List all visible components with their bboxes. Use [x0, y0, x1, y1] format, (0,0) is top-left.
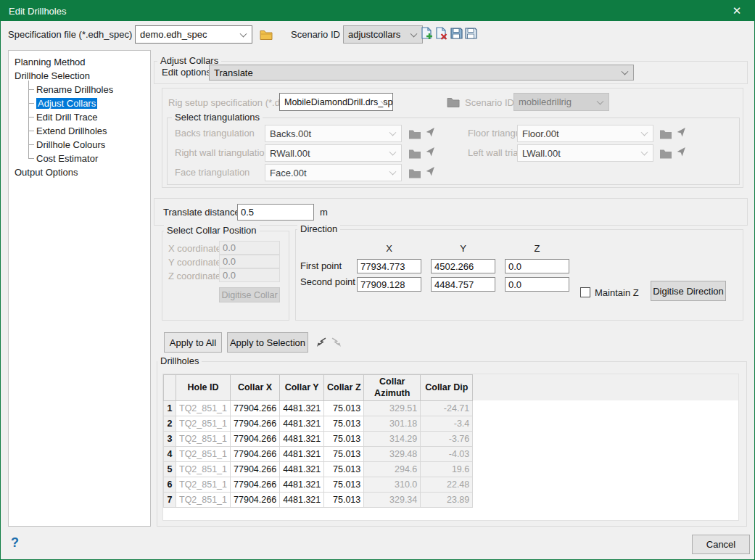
collar-dip-header[interactable]: Collar Dip — [421, 375, 473, 401]
drillholes-table[interactable]: Hole ID Collar X Collar Y Collar Z Colla… — [162, 374, 739, 521]
spec-file-combobox[interactable]: demo.edh_spec — [135, 25, 252, 44]
collar-azimuth-cell[interactable]: 329.34 — [364, 493, 421, 508]
edit-options-combobox[interactable]: Translate — [209, 65, 634, 81]
table-row[interactable]: 2TQ2_851_177904.2664481.32175.013301.18-… — [164, 416, 473, 432]
collar-z-cell[interactable]: 75.013 — [324, 477, 364, 493]
hole-id-cell[interactable]: TQ2_851_1 — [176, 447, 231, 462]
sidebar-item-cost-estimator[interactable]: Cost Estimator — [22, 152, 150, 165]
collar-y-cell[interactable]: 4481.321 — [280, 416, 324, 432]
row-number-cell[interactable]: 1 — [164, 401, 176, 416]
table-row[interactable]: 6TQ2_851_177904.2664481.32175.013310.022… — [164, 477, 473, 493]
select-triangulations-group: Select triangulations Backs triangulatio… — [167, 118, 740, 185]
collar-x-cell[interactable]: 77904.266 — [231, 447, 280, 462]
row-number-cell[interactable]: 3 — [164, 432, 176, 447]
hole-id-cell[interactable]: TQ2_851_1 — [176, 493, 231, 508]
collar-y-cell[interactable]: 4481.321 — [280, 432, 324, 447]
row-number-cell[interactable]: 6 — [164, 477, 176, 493]
collar-z-cell[interactable]: 75.013 — [324, 401, 364, 416]
table-row[interactable]: 5TQ2_851_177904.2664481.32175.013294.619… — [164, 462, 473, 477]
sidebar-item-edit-drill-trace[interactable]: Edit Drill Trace — [22, 110, 150, 124]
table-row[interactable]: 7TQ2_851_177904.2664481.32175.013329.342… — [164, 493, 473, 508]
collar-azimuth-cell[interactable]: 329.48 — [364, 447, 421, 462]
collar-dip-cell[interactable]: 19.6 — [421, 462, 473, 477]
new-scenario-icon[interactable] — [420, 27, 433, 40]
collar-y-cell[interactable]: 4481.321 — [280, 477, 324, 493]
table-header-row: Hole ID Collar X Collar Y Collar Z Colla… — [164, 375, 473, 401]
second-point-x-input[interactable] — [357, 277, 421, 292]
scenario-id-combobox[interactable]: adjustcollars — [343, 25, 423, 44]
row-number-cell[interactable]: 5 — [164, 462, 176, 477]
collar-x-cell[interactable]: 77904.266 — [231, 401, 280, 416]
sidebar-item-output-options[interactable]: Output Options — [15, 165, 150, 179]
hole-id-cell[interactable]: TQ2_851_1 — [176, 477, 231, 493]
sidebar-item-drillhole-selection[interactable]: Drillhole Selection — [15, 69, 150, 83]
first-point-z-input[interactable] — [505, 259, 569, 273]
collar-dip-cell[interactable]: -4.03 — [421, 447, 473, 462]
collar-x-cell[interactable]: 77904.266 — [231, 493, 280, 508]
first-point-x-input[interactable] — [357, 259, 421, 273]
save-as-icon[interactable] — [464, 27, 477, 40]
maintain-z-checkbox[interactable] — [580, 287, 590, 297]
collar-z-cell[interactable]: 75.013 — [324, 462, 364, 477]
help-icon[interactable]: ? — [11, 535, 19, 551]
collar-z-cell[interactable]: 75.013 — [324, 416, 364, 432]
hole-id-cell[interactable]: TQ2_851_1 — [176, 462, 231, 477]
collar-y-cell[interactable]: 4481.321 — [280, 462, 324, 477]
hole-id-header[interactable]: Hole ID — [176, 375, 231, 401]
sidebar-item-drillhole-colours[interactable]: Drillhole Colours — [22, 138, 150, 152]
table-row[interactable]: 3TQ2_851_177904.2664481.32175.013314.29-… — [164, 432, 473, 447]
save-icon[interactable] — [450, 27, 463, 40]
collar-y-cell[interactable]: 4481.321 — [280, 401, 324, 416]
collar-z-header[interactable]: Collar Z — [324, 375, 364, 401]
delete-scenario-icon[interactable] — [434, 27, 447, 40]
collar-y-header[interactable]: Collar Y — [280, 375, 324, 401]
x-coordinate-input — [219, 241, 280, 255]
collar-azimuth-cell[interactable]: 310.0 — [364, 477, 421, 493]
sidebar-item-adjust-collars[interactable]: Adjust Collars — [22, 96, 150, 110]
sidebar-item-planning-method[interactable]: Planning Method — [15, 55, 150, 69]
collar-dip-cell[interactable]: 23.89 — [421, 493, 473, 508]
second-point-label: Second point — [300, 276, 355, 288]
collar-x-cell[interactable]: 77904.266 — [231, 432, 280, 447]
close-icon[interactable]: ✕ — [729, 4, 745, 18]
collar-x-header[interactable]: Collar X — [231, 375, 280, 401]
open-folder-icon[interactable] — [260, 28, 273, 41]
collar-azimuth-header[interactable]: Collar Azimuth — [364, 375, 421, 401]
collar-y-cell[interactable]: 4481.321 — [280, 493, 324, 508]
collar-z-cell[interactable]: 75.013 — [324, 447, 364, 462]
collar-azimuth-cell[interactable]: 314.29 — [364, 432, 421, 447]
hole-id-cell[interactable]: TQ2_851_1 — [176, 416, 231, 432]
collar-dip-cell[interactable]: 22.48 — [421, 477, 473, 493]
collar-x-cell[interactable]: 77904.266 — [231, 462, 280, 477]
table-row[interactable]: 1TQ2_851_177904.2664481.32175.013329.51-… — [164, 401, 473, 416]
collar-z-cell[interactable]: 75.013 — [324, 493, 364, 508]
collar-dip-cell[interactable]: -24.71 — [421, 401, 473, 416]
digitise-direction-button[interactable]: Digitise Direction — [651, 281, 726, 301]
lightning-arrow-left-icon[interactable] — [316, 337, 326, 347]
collar-y-cell[interactable]: 4481.321 — [280, 447, 324, 462]
collar-dip-cell[interactable]: -3.4 — [421, 416, 473, 432]
second-point-z-input[interactable] — [505, 277, 569, 292]
collar-azimuth-cell[interactable]: 329.51 — [364, 401, 421, 416]
row-number-cell[interactable]: 2 — [164, 416, 176, 432]
apply-to-all-button[interactable]: Apply to All — [164, 332, 222, 353]
row-number-cell[interactable]: 7 — [164, 493, 176, 508]
hole-id-cell[interactable]: TQ2_851_1 — [176, 401, 231, 416]
first-point-y-input[interactable] — [431, 259, 495, 273]
apply-to-selection-button[interactable]: Apply to Selection — [227, 332, 308, 353]
sidebar-item-extend-drillholes[interactable]: Extend Drillholes — [22, 124, 150, 138]
second-point-y-input[interactable] — [431, 277, 495, 292]
collar-azimuth-cell[interactable]: 294.6 — [364, 462, 421, 477]
collar-dip-cell[interactable]: -3.76 — [421, 432, 473, 447]
cancel-button[interactable]: Cancel — [692, 535, 750, 554]
collar-x-cell[interactable]: 77904.266 — [231, 416, 280, 432]
row-number-cell[interactable]: 4 — [164, 447, 176, 462]
table-row[interactable]: 4TQ2_851_177904.2664481.32175.013329.48-… — [164, 447, 473, 462]
collar-x-cell[interactable]: 77904.266 — [231, 477, 280, 493]
collar-azimuth-cell[interactable]: 301.18 — [364, 416, 421, 432]
translate-distance-input[interactable] — [237, 204, 314, 221]
collar-z-cell[interactable]: 75.013 — [324, 432, 364, 447]
sidebar-item-rename-drillholes[interactable]: Rename Drillholes — [22, 83, 150, 96]
rig-spec-combobox: MobileDiamondDrill.drs_spec — [279, 93, 393, 111]
hole-id-cell[interactable]: TQ2_851_1 — [176, 432, 231, 447]
